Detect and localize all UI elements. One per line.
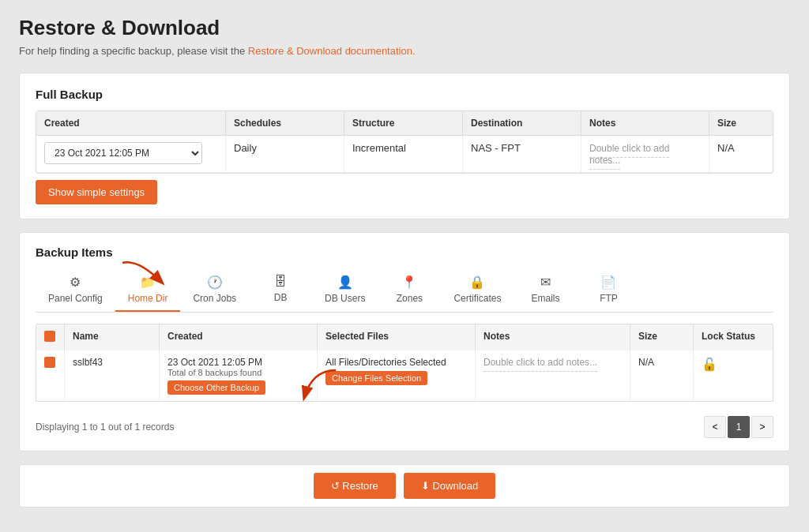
col-name: Name bbox=[65, 324, 160, 350]
clock-icon: 🕐 bbox=[207, 275, 223, 290]
tab-db-users[interactable]: 👤 DB Users bbox=[312, 268, 378, 312]
row-lock-status: 🔓 bbox=[694, 350, 773, 401]
tab-emails[interactable]: ✉ Emails bbox=[514, 268, 577, 312]
pagination-page-1[interactable]: 1 bbox=[728, 416, 750, 438]
lock-status-icon: 🔓 bbox=[702, 358, 717, 371]
notes-cell[interactable]: Double click to add notes... bbox=[581, 136, 709, 172]
col-destination: Destination bbox=[463, 111, 581, 135]
row-selected-files: All Files/Directories Selected Change Fi… bbox=[318, 350, 476, 401]
row-size: N/A bbox=[630, 350, 694, 401]
tab-ftp-label: FTP bbox=[600, 293, 618, 304]
backup-table-header: Name Created Selected Files Notes Size L… bbox=[36, 324, 773, 350]
tab-zones[interactable]: 📍 Zones bbox=[378, 268, 441, 312]
tab-certificates[interactable]: 🔒 Certificates bbox=[441, 268, 514, 312]
row-notes[interactable]: Double click to add notes... bbox=[476, 350, 630, 401]
tab-emails-label: Emails bbox=[531, 293, 559, 304]
pagination-info: Displaying 1 to 1 out of 1 records bbox=[36, 421, 174, 433]
structure-cell: Incremental bbox=[344, 136, 463, 172]
download-button[interactable]: ⬇ Download bbox=[404, 473, 495, 499]
pagination-controls: < 1 > bbox=[704, 416, 773, 438]
file-icon: 📄 bbox=[600, 275, 616, 290]
created-cell[interactable]: 23 Oct 2021 12:05 PM bbox=[36, 136, 226, 172]
col-created: Created bbox=[36, 111, 226, 135]
download-icon: ⬇ bbox=[421, 480, 430, 492]
col-size: Size bbox=[709, 111, 773, 135]
show-settings-button[interactable]: Show simple settings bbox=[36, 180, 157, 204]
col-structure: Structure bbox=[344, 111, 463, 135]
col-checkbox bbox=[36, 324, 65, 350]
notes-placeholder: Double click to add notes... bbox=[589, 143, 669, 170]
tab-panel-config-label: Panel Config bbox=[48, 293, 103, 304]
tab-ftp[interactable]: 📄 FTP bbox=[577, 268, 640, 312]
backup-notes-placeholder: Double click to add notes... bbox=[484, 357, 597, 372]
page-title: Restore & Download bbox=[19, 16, 790, 40]
lock-icon: 🔒 bbox=[469, 275, 485, 290]
database-icon: 🗄 bbox=[274, 275, 287, 289]
backup-name: sslbf43 bbox=[73, 357, 103, 368]
col-notes-bk: Notes bbox=[476, 324, 630, 350]
selected-files-value: All Files/Directories Selected bbox=[325, 357, 467, 368]
pagination-prev[interactable]: < bbox=[704, 416, 726, 438]
col-selected-files: Selected Files bbox=[318, 324, 476, 350]
download-label: Download bbox=[432, 480, 478, 492]
choose-other-backup-button[interactable]: Choose Other Backup bbox=[167, 380, 265, 395]
tab-home-dir-label: Home Dir bbox=[128, 293, 168, 304]
schedules-cell: Daily bbox=[226, 136, 344, 172]
user-icon: 👤 bbox=[337, 275, 353, 290]
tab-certificates-label: Certificates bbox=[453, 293, 501, 304]
tab-db[interactable]: 🗄 DB bbox=[249, 268, 312, 312]
tab-db-users-label: DB Users bbox=[325, 293, 365, 304]
restore-button[interactable]: ↺ Restore bbox=[314, 473, 396, 499]
col-lock-status: Lock Status bbox=[694, 324, 773, 350]
folder-icon: 📁 bbox=[140, 275, 156, 290]
pagination-next[interactable]: > bbox=[751, 416, 773, 438]
backup-items-title: Backup Items bbox=[36, 245, 773, 259]
full-backup-title: Full Backup bbox=[36, 88, 773, 101]
row-select-checkbox[interactable] bbox=[44, 357, 55, 368]
pagination-row: Displaying 1 to 1 out of 1 records < 1 > bbox=[36, 408, 773, 438]
date-select[interactable]: 23 Oct 2021 12:05 PM bbox=[44, 142, 202, 164]
restore-label: Restore bbox=[342, 480, 378, 492]
backup-created-date: 23 Oct 2021 12:05 PM bbox=[167, 357, 309, 368]
tab-db-label: DB bbox=[274, 292, 288, 303]
backup-items-section: Backup Items ⚙ Panel Config 📁 Home Dir 🕐… bbox=[19, 232, 790, 451]
tab-cron-jobs-label: Cron Jobs bbox=[193, 293, 236, 304]
bottom-actions: ↺ Restore ⬇ Download bbox=[19, 464, 790, 508]
destination-cell: NAS - FPT bbox=[463, 136, 581, 172]
full-backup-table: Created Schedules Structure Destination … bbox=[36, 111, 773, 174]
page-subtitle: For help finding a specific backup, plea… bbox=[19, 45, 790, 57]
col-schedules: Schedules bbox=[226, 111, 344, 135]
backup-count: Total of 8 backups found bbox=[167, 368, 309, 377]
select-all-checkbox[interactable] bbox=[44, 331, 55, 342]
tab-home-dir[interactable]: 📁 Home Dir bbox=[115, 268, 181, 312]
col-size-bk: Size bbox=[630, 324, 694, 350]
change-files-selection-button[interactable]: Change Files Selection bbox=[325, 371, 427, 385]
col-notes: Notes bbox=[581, 111, 709, 135]
row-created: 23 Oct 2021 12:05 PM Total of 8 backups … bbox=[160, 350, 318, 401]
full-backup-card: Full Backup Created Schedules Structure … bbox=[19, 73, 790, 219]
gear-icon: ⚙ bbox=[70, 275, 81, 290]
backup-tabs: ⚙ Panel Config 📁 Home Dir 🕐 Cron Jobs 🗄 … bbox=[36, 268, 773, 313]
documentation-link[interactable]: Restore & Download documentation. bbox=[248, 45, 416, 57]
tab-cron-jobs[interactable]: 🕐 Cron Jobs bbox=[180, 268, 249, 312]
backup-table: Name Created Selected Files Notes Size L… bbox=[36, 324, 773, 402]
tab-panel-config[interactable]: ⚙ Panel Config bbox=[36, 268, 115, 312]
col-created-bk: Created bbox=[160, 324, 318, 350]
row-name: sslbf43 bbox=[65, 350, 160, 401]
size-cell: N/A bbox=[709, 136, 773, 172]
email-icon: ✉ bbox=[540, 275, 551, 290]
location-icon: 📍 bbox=[401, 275, 417, 290]
row-checkbox[interactable] bbox=[36, 350, 65, 401]
restore-icon: ↺ bbox=[331, 480, 340, 492]
full-backup-row: 23 Oct 2021 12:05 PM Daily Incremental N… bbox=[36, 136, 773, 173]
tab-zones-label: Zones bbox=[397, 293, 423, 304]
full-backup-table-header: Created Schedules Structure Destination … bbox=[36, 111, 773, 136]
backup-table-row: sslbf43 23 Oct 2021 12:05 PM Total of 8 … bbox=[36, 350, 773, 402]
